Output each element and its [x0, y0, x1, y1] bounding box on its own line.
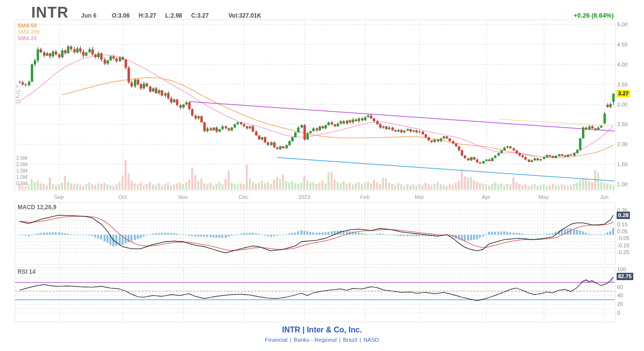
meta-separator: |: [287, 337, 294, 343]
company-meta: Financial|Banks - Regional|Brazil|NASD: [0, 337, 644, 343]
footer-separator: |: [302, 326, 304, 334]
footer-ticker[interactable]: INTR: [282, 326, 300, 334]
company-name[interactable]: Inter & Co, Inc.: [307, 326, 362, 334]
company-title: INTR | Inter & Co, Inc.: [0, 326, 644, 334]
country-link[interactable]: Brazil: [343, 337, 357, 343]
exchange-link[interactable]: NASD: [364, 337, 379, 343]
meta-separator: |: [337, 337, 343, 343]
footer: INTR | Inter & Co, Inc. Financial|Banks …: [0, 326, 644, 343]
meta-separator: |: [357, 337, 364, 343]
sector-link[interactable]: Financial: [265, 337, 287, 343]
chart-page: INTR Jun 6 O:3.06 H:3.27 L:2.98 C:3.27 V…: [0, 0, 644, 351]
industry-link[interactable]: Banks - Regional: [294, 337, 337, 343]
stock-chart-canvas[interactable]: [0, 0, 644, 351]
